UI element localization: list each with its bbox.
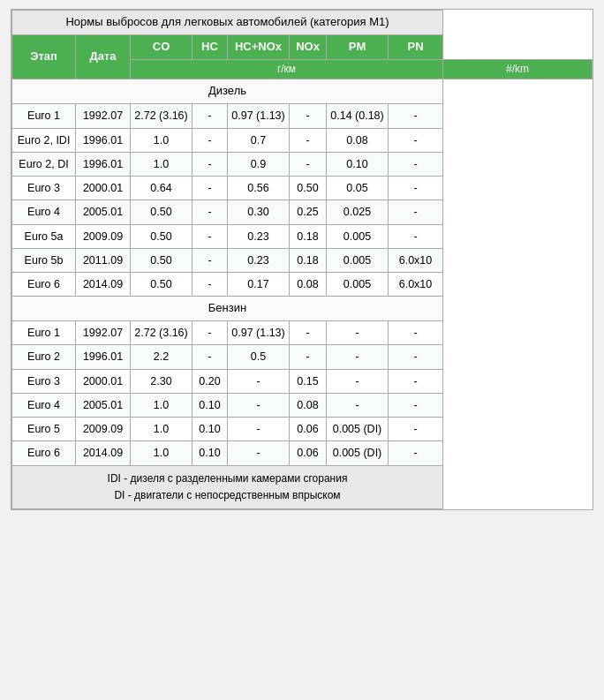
cell-hcnox: 0.9 bbox=[228, 152, 290, 176]
cell-pm: 0.005 bbox=[327, 273, 389, 297]
cell-data: 2000.01 bbox=[76, 177, 131, 200]
cell-pm: 0.025 bbox=[327, 200, 389, 224]
cell-pn: 6.0x10 bbox=[389, 273, 443, 297]
cell-co: 2.30 bbox=[131, 369, 193, 393]
table-row: Euro 42005.011.00.10-0.08-- bbox=[12, 393, 593, 417]
cell-pm: - bbox=[327, 369, 389, 393]
cell-hcnox: - bbox=[228, 393, 290, 417]
section-row: Дизель bbox=[12, 79, 593, 104]
table-row: Euro 11992.072.72 (3.16)-0.97 (1.13)--- bbox=[12, 321, 593, 345]
cell-pn: 6.0x10 bbox=[389, 248, 443, 272]
cell-pm: - bbox=[327, 393, 389, 417]
cell-etap: Euro 3 bbox=[12, 177, 76, 200]
cell-nox: 0.25 bbox=[290, 200, 327, 224]
cell-nox: 0.06 bbox=[290, 441, 327, 465]
table-row: Euro 21996.012.2-0.5--- bbox=[12, 345, 593, 369]
cell-hc: - bbox=[193, 177, 228, 200]
cell-hcnox: 0.97 (1.13) bbox=[228, 104, 290, 128]
cell-hcnox: 0.97 (1.13) bbox=[228, 321, 290, 345]
cell-hcnox: 0.23 bbox=[228, 224, 290, 248]
cell-nox: - bbox=[290, 152, 327, 176]
cell-data: 1992.07 bbox=[76, 321, 131, 345]
cell-etap: Euro 2, DI bbox=[12, 152, 76, 176]
cell-pm: 0.005 (DI) bbox=[327, 418, 389, 441]
cell-pm: 0.14 (0.18) bbox=[327, 104, 389, 128]
cell-co: 0.64 bbox=[131, 177, 193, 200]
cell-co: 2.2 bbox=[131, 345, 193, 369]
cell-pm: 0.08 bbox=[327, 128, 389, 152]
cell-hc: - bbox=[193, 128, 228, 152]
header-nox: NOx bbox=[290, 34, 327, 59]
cell-data: 1996.01 bbox=[76, 128, 131, 152]
table-row: Euro 62014.091.00.10-0.060.005 (DI)- bbox=[12, 441, 593, 465]
cell-hc: - bbox=[193, 224, 228, 248]
cell-pm: 0.05 bbox=[327, 177, 389, 200]
cell-data: 2005.01 bbox=[76, 200, 131, 224]
emission-table-wrapper: Нормы выбросов для легковых автомобилей … bbox=[11, 9, 593, 510]
cell-co: 1.0 bbox=[131, 128, 193, 152]
cell-nox: 0.15 bbox=[290, 369, 327, 393]
cell-etap: Euro 1 bbox=[12, 321, 76, 345]
cell-nox: - bbox=[290, 321, 327, 345]
table-row: Euro 42005.010.50-0.300.250.025- bbox=[12, 200, 593, 224]
table-row: Euro 52009.091.00.10-0.060.005 (DI)- bbox=[12, 418, 593, 441]
unit-gkm: г/км bbox=[131, 59, 443, 79]
footer-row: IDI - дизеля с разделенными камерами сго… bbox=[12, 465, 593, 508]
cell-hcnox: 0.17 bbox=[228, 273, 290, 297]
cell-hc: - bbox=[193, 200, 228, 224]
cell-etap: Euro 4 bbox=[12, 200, 76, 224]
table-row: Euro 32000.010.64-0.560.500.05- bbox=[12, 177, 593, 200]
cell-pm: 0.005 (DI) bbox=[327, 441, 389, 465]
cell-data: 1996.01 bbox=[76, 152, 131, 176]
cell-hc: 0.10 bbox=[193, 441, 228, 465]
cell-pm: 0.10 bbox=[327, 152, 389, 176]
cell-co: 0.50 bbox=[131, 248, 193, 272]
cell-data: 2014.09 bbox=[76, 441, 131, 465]
cell-co: 0.50 bbox=[131, 273, 193, 297]
cell-etap: Euro 5b bbox=[12, 248, 76, 272]
cell-pn: - bbox=[389, 418, 443, 441]
cell-pm: - bbox=[327, 345, 389, 369]
cell-hcnox: 0.23 bbox=[228, 248, 290, 272]
cell-data: 2011.09 bbox=[76, 248, 131, 272]
cell-co: 0.50 bbox=[131, 200, 193, 224]
cell-co: 0.50 bbox=[131, 224, 193, 248]
cell-hcnox: - bbox=[228, 441, 290, 465]
cell-hcnox: - bbox=[228, 369, 290, 393]
cell-etap: Euro 6 bbox=[12, 273, 76, 297]
cell-etap: Euro 5 bbox=[12, 418, 76, 441]
header-pm: PM bbox=[327, 34, 389, 59]
cell-pm: - bbox=[327, 321, 389, 345]
header-row: Этап Дата CO HC HC+NOx NOx PM PN bbox=[12, 34, 593, 59]
cell-co: 1.0 bbox=[131, 441, 193, 465]
cell-pn: - bbox=[389, 224, 443, 248]
cell-pn: - bbox=[389, 177, 443, 200]
cell-pn: - bbox=[389, 321, 443, 345]
header-hcnox: HC+NOx bbox=[228, 34, 290, 59]
cell-hc: - bbox=[193, 273, 228, 297]
footer-text: IDI - дизеля с разделенными камерами сго… bbox=[12, 465, 443, 508]
cell-etap: Euro 6 bbox=[12, 441, 76, 465]
cell-data: 2009.09 bbox=[76, 224, 131, 248]
cell-nox: - bbox=[290, 345, 327, 369]
header-data: Дата bbox=[76, 34, 131, 79]
section-row: Бензин bbox=[12, 297, 593, 321]
cell-hc: 0.20 bbox=[193, 369, 228, 393]
cell-data: 2009.09 bbox=[76, 418, 131, 441]
cell-co: 1.0 bbox=[131, 393, 193, 417]
cell-pn: - bbox=[389, 369, 443, 393]
cell-hcnox: 0.56 bbox=[228, 177, 290, 200]
cell-hcnox: 0.7 bbox=[228, 128, 290, 152]
cell-data: 2000.01 bbox=[76, 369, 131, 393]
cell-nox: 0.50 bbox=[290, 177, 327, 200]
cell-nox: - bbox=[290, 128, 327, 152]
cell-data: 2014.09 bbox=[76, 273, 131, 297]
cell-data: 1996.01 bbox=[76, 345, 131, 369]
cell-data: 2005.01 bbox=[76, 393, 131, 417]
cell-pm: 0.005 bbox=[327, 224, 389, 248]
cell-pn: - bbox=[389, 104, 443, 128]
cell-hcnox: - bbox=[228, 418, 290, 441]
header-hc: HC bbox=[193, 34, 228, 59]
cell-hc: 0.10 bbox=[193, 393, 228, 417]
cell-pm: 0.005 bbox=[327, 248, 389, 272]
